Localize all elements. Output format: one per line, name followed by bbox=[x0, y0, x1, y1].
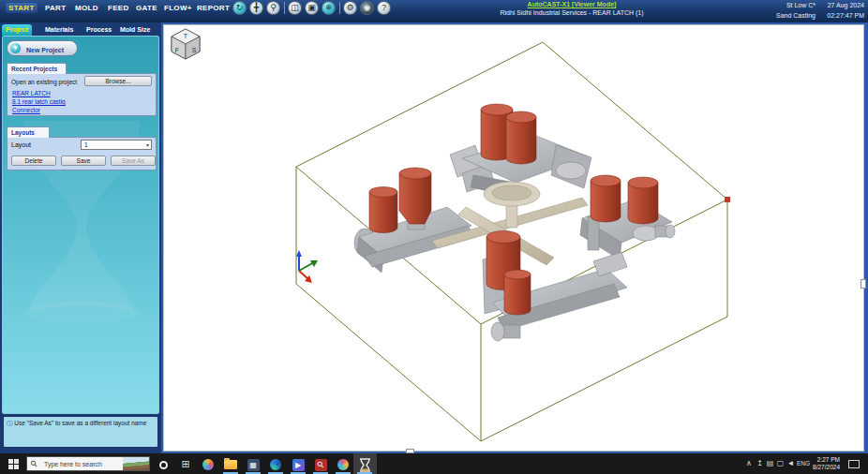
session-time: 02:27:47 PM bbox=[795, 12, 864, 19]
info-icon: ⓘ bbox=[7, 420, 13, 426]
chevron-down-icon: ▾ bbox=[146, 141, 149, 148]
open-existing-label: Open an existing project bbox=[11, 79, 77, 85]
system-settings-icon[interactable]: ⚙ bbox=[343, 1, 357, 15]
session-date: 27 Aug 2024 bbox=[795, 2, 864, 8]
menu-part[interactable]: PART bbox=[45, 4, 66, 12]
menu-start[interactable]: START bbox=[6, 3, 37, 13]
delete-layout-button[interactable]: Delete bbox=[11, 156, 56, 166]
taskbar-clock[interactable]: 2:27 PM 8/27/2024 bbox=[802, 456, 840, 471]
svg-text:T: T bbox=[184, 33, 188, 39]
menu-mold[interactable]: MOLD bbox=[75, 4, 98, 12]
project-title: Ridhi Sidhi Industrial Services - REAR L… bbox=[370, 9, 773, 16]
rotate-view-icon[interactable]: ↻ bbox=[232, 1, 247, 15]
recent-projects-body: Open an existing project Browse... REAR … bbox=[7, 73, 157, 116]
layout-label: Layout bbox=[11, 141, 31, 148]
compass-view-icon[interactable]: ❄ bbox=[322, 1, 336, 15]
search-app-icon[interactable]: ⚲ bbox=[309, 453, 332, 474]
network-icon[interactable]: ▤ bbox=[765, 453, 775, 474]
clock-time: 2:27 PM bbox=[802, 456, 840, 464]
zoom-view-icon[interactable]: ⚲ bbox=[266, 1, 280, 15]
display-icon[interactable]: ▢ bbox=[775, 453, 786, 474]
taskbar-search[interactable]: ⚲ Type here to search bbox=[26, 456, 150, 471]
toolbar-separator bbox=[284, 2, 285, 14]
section-view-icon[interactable]: ◫ bbox=[288, 1, 302, 15]
hint-box: ⓘ Use "Save As" to save as a different l… bbox=[3, 416, 158, 448]
top-menubar: START PART MOLD FEED GATE FLOW+ REPORT ↻… bbox=[0, 0, 868, 22]
tab-project[interactable]: Project bbox=[2, 24, 32, 36]
recent-link-connector[interactable]: Connector bbox=[12, 107, 40, 113]
splitter-handle-bottom[interactable] bbox=[406, 449, 414, 453]
mold-corner-marker bbox=[725, 197, 730, 202]
tab-process[interactable]: Process bbox=[82, 24, 115, 36]
hint-text: Use "Save As" to save as a different lay… bbox=[14, 420, 146, 426]
file-explorer-icon[interactable] bbox=[219, 453, 242, 474]
task-view-icon[interactable]: ⊞ bbox=[174, 453, 197, 474]
view-cube[interactable]: T F S bbox=[172, 29, 200, 59]
cortana-icon[interactable] bbox=[152, 453, 174, 474]
layers-view-icon[interactable]: ▣ bbox=[305, 1, 319, 15]
model-viewport[interactable]: T F S bbox=[163, 24, 864, 452]
app-window: START PART MOLD FEED GATE FLOW+ REPORT ↻… bbox=[0, 0, 868, 474]
feeder-pair-top bbox=[481, 104, 536, 164]
app-title: AutoCAST-X1 [Viewer Mode] bbox=[370, 1, 773, 7]
tab-materials[interactable]: Materials bbox=[41, 24, 77, 36]
windows-taskbar: ⚲ Type here to search ⊞ ▦ ▶ ⚲ ∧ ↥ ▤ ▢ ◄ bbox=[0, 453, 868, 474]
new-project-label: New Project bbox=[26, 47, 64, 53]
recent-link-rear-latch[interactable]: REAR LATCH bbox=[12, 90, 51, 96]
splitter-handle-right[interactable] bbox=[861, 279, 866, 289]
layouts-header: Layouts bbox=[7, 126, 50, 138]
design-app-icon[interactable] bbox=[332, 453, 354, 474]
pan-view-icon[interactable]: ╋ bbox=[249, 1, 263, 15]
menu-flow[interactable]: FLOW+ bbox=[164, 4, 192, 12]
clock-date: 8/27/2024 bbox=[802, 464, 840, 471]
browse-button[interactable]: Browse... bbox=[84, 76, 152, 86]
media-app-icon[interactable]: ▶ bbox=[287, 453, 309, 474]
copilot-icon[interactable] bbox=[197, 453, 219, 474]
titlebar: AutoCAST-X1 [Viewer Mode] Ridhi Sidhi In… bbox=[370, 0, 773, 22]
new-project-button[interactable]: ▾ New Project bbox=[7, 40, 78, 56]
edge-icon[interactable] bbox=[264, 453, 287, 474]
save-layout-button[interactable]: Save bbox=[61, 156, 106, 166]
start-button[interactable] bbox=[8, 459, 19, 469]
tab-mold-size[interactable]: Mold Size bbox=[116, 24, 154, 36]
autocast-app-icon[interactable] bbox=[353, 453, 377, 474]
menu-feed[interactable]: FEED bbox=[108, 4, 129, 12]
search-icon: ⚲ bbox=[28, 458, 39, 469]
layout-select[interactable]: 1 ▾ bbox=[81, 140, 152, 150]
layouts-body: Layout 1 ▾ Delete Save Save As bbox=[7, 137, 157, 170]
recent-link-rear-latch-casting[interactable]: 8.1 rear latch castig bbox=[12, 98, 66, 105]
project-panel: ▾ New Project Recent Projects Open an ex… bbox=[2, 36, 159, 414]
axis-triad bbox=[296, 250, 318, 283]
hidden-icons-chevron[interactable]: ∧ bbox=[743, 453, 755, 474]
onedrive-icon[interactable]: ↥ bbox=[755, 453, 765, 474]
svg-text:F: F bbox=[175, 47, 179, 53]
project-sidebar: Project Materials Process Mold Size ▾ Ne… bbox=[0, 22, 161, 453]
menu-report[interactable]: REPORT bbox=[197, 4, 230, 12]
save-as-layout-button[interactable]: Save As bbox=[111, 156, 156, 166]
search-placeholder: Type here to search bbox=[44, 461, 102, 467]
calculator-icon[interactable]: ▦ bbox=[242, 453, 264, 474]
recent-projects-header: Recent Projects bbox=[7, 63, 67, 74]
menu-gate[interactable]: GATE bbox=[136, 4, 157, 12]
casting-3d-scene: T F S bbox=[164, 25, 863, 451]
svg-text:S: S bbox=[192, 47, 197, 53]
chevron-down-icon: ▾ bbox=[10, 43, 21, 53]
layout-select-value: 1 bbox=[84, 141, 88, 148]
toolbar-separator bbox=[339, 2, 340, 14]
action-center-icon[interactable] bbox=[848, 460, 860, 468]
search-highlight-image[interactable] bbox=[123, 457, 149, 470]
